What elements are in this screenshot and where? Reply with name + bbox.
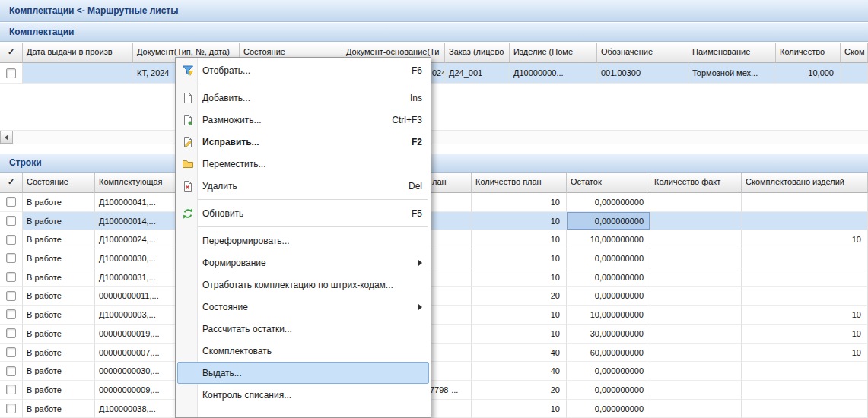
stroki-row[interactable]: В работеД100000014,...100,000000000 [0,212,868,231]
cell-assembled-products[interactable]: 10 [742,306,868,325]
row-checkbox[interactable] [6,366,16,376]
column-header-quantity-fact[interactable]: Количество факт [650,173,742,193]
cell-component[interactable]: 00000000009,... [95,381,176,400]
cell-assembled-products[interactable] [742,193,868,212]
cell-quantity-fact[interactable] [650,325,742,344]
context-menu-item[interactable]: Рассчитать остатки... [177,318,429,340]
stroki-row[interactable]: В работе00000000011,...200,000000000 [0,287,868,306]
cell-quantity-fact[interactable] [650,381,742,400]
cell-assembled-products[interactable] [742,381,868,400]
cell-quantity-plan[interactable]: 20 [472,381,567,400]
stroki-row[interactable]: В работеД100000031,...100,000000000 [0,268,868,287]
cell-state[interactable]: В работе [23,230,95,249]
cell-component[interactable]: Д100000014,... [95,212,176,231]
context-menu-item[interactable]: Формирование [177,252,429,274]
cell-assembled-products[interactable]: 10 [742,344,868,363]
cell-state[interactable]: В работе [23,268,95,287]
cell-quantity-fact[interactable] [650,306,742,325]
cell-assembled-products[interactable]: 10 [742,325,868,344]
cell-remainder[interactable]: 30,000000000 [567,325,650,344]
column-header-name[interactable]: Наименование [688,43,776,63]
cell-remainder[interactable]: 0,000000000 [567,381,650,400]
stroki-row[interactable]: В работе00000000007,...4060,00000000010 [0,344,868,363]
cell-extra[interactable] [426,362,472,381]
cell-quantity-fact[interactable] [650,268,742,287]
column-header-assembled[interactable]: Ском [841,43,868,63]
cell-component[interactable]: 00000000007,... [95,344,176,363]
cell-component[interactable]: 00000000011,... [95,287,176,306]
cell-state[interactable]: В работе [23,212,95,231]
context-menu-item[interactable]: ОбновитьF5 [177,202,429,224]
cell-extra[interactable] [426,400,472,418]
cell-component[interactable]: 00000000030,... [95,362,176,381]
cell-designation[interactable]: 001.00300 [597,63,688,84]
cell-extra[interactable] [426,212,472,231]
cell-extra[interactable] [426,287,472,306]
context-menu-item[interactable]: Исправить...F2 [177,131,429,153]
cell-extra[interactable] [426,193,472,212]
context-menu-item[interactable]: Переместить... [177,153,429,175]
cell-assembled-products[interactable] [742,362,868,381]
cell-quantity-plan[interactable]: 10 [472,212,567,231]
cell-state[interactable]: В работе [23,381,95,400]
cell-assembled-products[interactable] [742,212,868,231]
cell-state[interactable]: В работе [23,193,95,212]
cell-quantity-plan[interactable]: 10 [472,268,567,287]
cell-quantity-plan[interactable]: 40 [472,344,567,363]
column-header-order[interactable]: Заказ (лицево [445,43,510,63]
cell-remainder[interactable]: 0,000000000 [567,400,650,418]
cell-remainder[interactable]: 0,000000000 [567,268,650,287]
row-checkbox-cell[interactable] [0,344,23,363]
row-checkbox[interactable] [6,309,16,319]
cell-component[interactable]: Д100000024,... [95,230,176,249]
cell-remainder[interactable]: 0,000000000 [567,212,650,231]
cell-component[interactable]: Д100000038,... [95,400,176,418]
cell-extra[interactable] [426,306,472,325]
cell-extra[interactable]: 7798-... [426,381,472,400]
cell-assembled-products[interactable] [742,400,868,418]
cell-extra[interactable] [426,268,472,287]
cell-quantity-plan[interactable]: 10 [472,230,567,249]
cell-quantity[interactable]: 10,000 [776,63,841,84]
cell-component[interactable]: Д100000003,... [95,306,176,325]
cell-remainder[interactable]: 10,000000000 [567,230,650,249]
row-checkbox-cell[interactable] [0,381,23,400]
context-menu-item[interactable]: Размножить...Ctrl+F3 [177,109,429,131]
cell-remainder[interactable]: 60,000000000 [567,344,650,363]
row-checkbox-cell[interactable] [0,230,23,249]
cell-assembled-products[interactable] [742,287,868,306]
cell-quantity-plan[interactable]: 10 [472,249,567,268]
context-menu-item[interactable]: УдалитьDel [177,175,429,197]
row-checkbox[interactable] [6,404,16,413]
context-menu-item[interactable]: Добавить...Ins [177,87,429,109]
cell-extra[interactable] [426,249,472,268]
row-checkbox[interactable] [6,385,16,394]
cell-remainder[interactable]: 0,000000000 [567,193,650,212]
stroki-row[interactable]: В работеД100000030,...100,000000000 [0,249,868,268]
cell-quantity-plan[interactable]: 10 [472,325,567,344]
column-header-issue-date[interactable]: Дата выдачи в произв [23,43,133,63]
cell-remainder[interactable]: 0,000000000 [567,362,650,381]
row-checkbox-cell[interactable] [0,212,23,231]
cell-quantity-plan[interactable]: 40 [472,362,567,381]
cell-extra[interactable] [426,344,472,363]
context-menu-item[interactable]: Состояние [177,296,429,318]
column-header-component[interactable]: Комплектующая [95,173,176,193]
cell-quantity-fact[interactable] [650,249,742,268]
cell-component[interactable]: Д100000041,... [95,193,176,212]
cell-assembled-products[interactable] [742,268,868,287]
cell-state[interactable]: В работе [23,344,95,363]
row-checkbox-cell[interactable] [0,400,23,418]
context-menu-item[interactable]: Отработать комплектацию по штрих-кодам..… [177,274,429,296]
cell-quantity-fact[interactable] [650,344,742,363]
context-menu-item[interactable]: Контроль списания... [177,384,429,406]
row-checkbox[interactable] [6,291,16,301]
cell-component[interactable]: Д100000031,... [95,268,176,287]
context-menu-item[interactable]: Отобрать...F6 [177,59,429,81]
cell-quantity-plan[interactable]: 20 [472,287,567,306]
cell-quantity-fact[interactable] [650,400,742,418]
column-header-remainder[interactable]: Остаток [567,173,650,193]
cell-state[interactable]: В работе [23,400,95,418]
cell-assembled-products[interactable] [742,249,868,268]
column-header-assembled-products[interactable]: Скомплектовано изделий [742,173,868,193]
